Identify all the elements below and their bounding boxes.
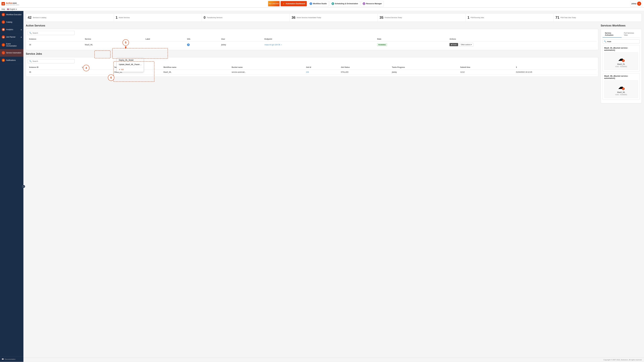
cell-endpoint[interactable]: maas-ml-gui-104-36 ↗ — [263, 41, 376, 48]
nav-resource-manager[interactable]: ◈ Resource Manager — [361, 1, 384, 6]
tab-full-services-view[interactable]: Full Services View — [622, 31, 640, 37]
stat-number-psa-running: 1 — [468, 15, 470, 19]
job-table-row: 36 MaaS_ML MaaS_ML service-automati... 1… — [28, 70, 596, 75]
stat-number-active-today: 36 — [292, 15, 296, 19]
secondary-nav: Help 🇬🇧 English ▾ — [0, 7, 644, 11]
logo-name: Active — [6, 2, 12, 4]
documentation-label: Documentation — [5, 358, 16, 360]
sidebar-item-workflow-execution[interactable]: ▶ Workflow Execution — [0, 11, 24, 18]
job-cell-workflow-name: MaaS_ML — [162, 70, 230, 75]
job-cell-submit-time: 01/04/2022 16:12:45 — [514, 70, 596, 75]
job-cell-bucket-name: service-automati... — [230, 70, 304, 75]
active-services-table-container: 🔍 Instance Service Label Info User — [26, 29, 598, 50]
workflow-state-ml: VOID→RUNNING — [615, 94, 627, 95]
col-state: State — [376, 37, 448, 41]
stat-transitioning: 0 Transitioning Services — [202, 13, 290, 22]
active-services-search[interactable]: 🔍 — [28, 31, 74, 35]
user-name: jlailaty — [632, 3, 636, 5]
workflow-name-dl: MaaS_DL — [617, 63, 625, 65]
sidebar-collapse-btn[interactable]: ◀ — [22, 185, 25, 188]
finish-button[interactable]: ■ Finish — [450, 43, 458, 46]
dropdown-divider — [117, 67, 144, 67]
stat-number-active: 1 — [116, 15, 118, 19]
event-orchestration-icon: ⚡ — [2, 43, 5, 46]
top-nav: ee Activeeon SCALE BEYOND LIMITS Your LO… — [0, 0, 644, 7]
service-automation-icon: 🔧 — [2, 51, 5, 54]
sidebar-label-job-planner: Job Planner — [6, 36, 16, 38]
dropdown-item-kill[interactable]: ✕ Kill — [117, 67, 144, 72]
cell-info[interactable]: ℹ — [186, 41, 220, 48]
workflow-card-inner-dl: ☁ ⚙ MaaS_DL VOID→RUNNING — [604, 52, 638, 70]
analytics-arrow: ◀ — [20, 29, 22, 30]
logo-highlight: eon — [13, 2, 17, 4]
nav-workflow-studio[interactable]: ✦ Workflow Studio — [308, 1, 328, 6]
job-cell-user: jlailaty — [390, 70, 459, 75]
sidebar-label-workflow-execution: Workflow Execution — [6, 13, 22, 16]
analytics-icon: 📊 — [2, 28, 5, 31]
stat-psa-running: 1 PSA Running Jobs — [466, 13, 554, 22]
workflow-card-maas-ml[interactable]: MaaS_ML (Bucket service-automation) ☁ ⚙ … — [602, 73, 640, 100]
workflow-studio-icon: ✦ — [310, 2, 312, 5]
sidebar-item-event-orchestration[interactable]: ⚡ Event Orchestration — [0, 41, 24, 49]
workflow-search[interactable]: 🔍 — [602, 39, 640, 43]
stat-label-transitioning: Transitioning Services — [207, 16, 222, 18]
service-jobs-title: Service Jobs — [26, 52, 598, 55]
external-link-icon: ↗ — [281, 44, 282, 46]
sidebar-item-catalog[interactable]: ☰ Catalog — [0, 18, 24, 26]
stat-label-catalog: Services in catalog — [33, 16, 46, 18]
workflow-search-icon: 🔍 — [604, 40, 606, 42]
language-label: English — [10, 8, 15, 10]
cell-service: MaaS_ML — [84, 41, 144, 48]
user-menu[interactable]: jlailaty J — [630, 1, 642, 6]
workflow-tabs: Service Activation Full Services View — [602, 31, 640, 38]
sidebar-label-event-orchestration: Event Orchestration — [6, 43, 22, 47]
nav-scheduling[interactable]: ⚙ Scheduling & Orchestration — [330, 1, 360, 6]
services-workflows-container: Service Activation Full Services View 🔍 … — [601, 29, 642, 103]
documentation-book-icon: 📖 — [2, 358, 4, 360]
job-col-tasks-progress: Tasks Progress — [390, 65, 459, 70]
documentation-link[interactable]: 📖 Documentation — [0, 356, 24, 362]
dropdown-item-deploy[interactable]: Deploy_ML_Model — [117, 58, 144, 62]
endpoint-link[interactable]: maas-ml-gui-104-36 — [264, 44, 280, 46]
stat-active-today: 36 Active Services Instantiated Today — [290, 13, 378, 22]
resource-manager-icon: ◈ — [363, 2, 365, 5]
nav-automation-dashboard[interactable]: ⚡ Automation Dashboard — [280, 1, 307, 6]
language-selector[interactable]: 🇬🇧 English ▾ — [7, 8, 17, 10]
help-link[interactable]: Help — [2, 8, 5, 10]
workflow-execution-icon: ▶ — [2, 13, 5, 16]
service-jobs-search-input[interactable] — [32, 60, 73, 62]
job-cell-instance-id: 36 — [28, 70, 80, 75]
sidebar-label-notifications: Notifications — [6, 59, 16, 61]
catalog-icon: ☰ — [2, 20, 5, 24]
workflow-card-maas-dl[interactable]: MaaS_DL (Bucket service-automation) ☁ ⚙ … — [602, 45, 640, 71]
stat-number-catalog: 42 — [28, 15, 32, 19]
scheduling-icon: ⚙ — [332, 2, 334, 5]
stat-label-finished: Finished Services Today — [385, 16, 402, 18]
job-col-job-id: Job Id — [304, 65, 339, 70]
sidebar-item-notifications[interactable]: 🔔 Notifications — [0, 57, 24, 64]
sidebar-item-analytics[interactable]: 📊 Analytics ◀ — [0, 26, 24, 33]
table-row: 36 MaaS_ML ℹ jlailaty maas-ml-gui-104-36 — [28, 41, 596, 48]
job-cell-job-id[interactable]: 104 — [304, 70, 339, 75]
cloud-dl-container: ☁ ⚙ — [618, 55, 624, 62]
active-services-search-input[interactable] — [32, 32, 73, 34]
sidebar-item-service-automation[interactable]: 🔧 Service Automation — [0, 49, 24, 57]
dropdown-item-update[interactable]: Update_MaaS_ML_Param ... — [117, 62, 144, 67]
logo-area: ee Activeeon SCALE BEYOND LIMITS — [2, 2, 19, 5]
job-id-link[interactable]: 104 — [306, 71, 309, 73]
cloud-ml-container: ☁ ⚙ — [618, 83, 624, 90]
tab-service-activation[interactable]: Service Activation — [602, 31, 622, 37]
cell-label — [144, 41, 186, 48]
service-jobs-search[interactable]: 🔍 — [28, 59, 74, 63]
job-col-workflow-name: Workflow name — [162, 65, 230, 70]
stat-label-active-today: Active Services Instantiated Today — [297, 16, 321, 18]
info-icon[interactable]: ℹ — [187, 43, 190, 46]
stat-psa-total: 71 PSA Total Jobs Today — [554, 13, 642, 22]
finish-icon: ■ — [451, 44, 452, 45]
job-planner-arrow: ◀ — [20, 36, 22, 38]
sidebar-item-job-planner[interactable]: 📅 Job Planner ◀ — [0, 33, 24, 41]
other-actions-button[interactable]: Other actions ▾ — [459, 43, 473, 46]
stat-number-finished: 35 — [380, 15, 384, 19]
cloud-ml-badge: ⚙ — [622, 87, 625, 90]
workflow-search-input[interactable] — [607, 40, 638, 42]
